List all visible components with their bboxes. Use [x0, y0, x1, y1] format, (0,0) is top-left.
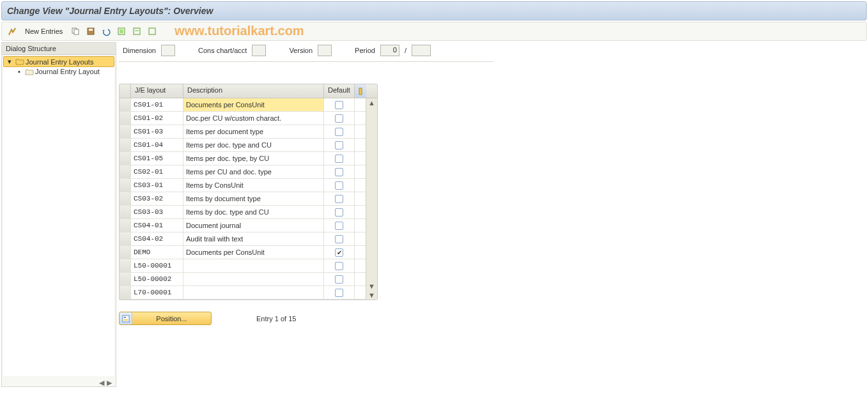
cell-description[interactable] — [183, 273, 324, 285]
cell-layout[interactable]: CS01-05 — [131, 152, 183, 165]
scroll-left-icon[interactable]: ◀ — [99, 379, 105, 385]
default-checkbox[interactable] — [335, 155, 343, 163]
row-selector[interactable] — [120, 179, 131, 192]
row-selector[interactable] — [120, 232, 131, 245]
cell-default[interactable] — [324, 206, 355, 218]
cell-layout[interactable]: CS04-01 — [131, 219, 183, 232]
cell-layout[interactable]: CS01-03 — [131, 125, 183, 138]
cell-description[interactable]: Documents per ConsUnit — [183, 98, 324, 111]
default-checkbox[interactable] — [335, 235, 343, 243]
row-selector[interactable] — [120, 165, 131, 178]
cell-description[interactable]: Items by ConsUnit — [183, 179, 324, 192]
default-checkbox[interactable] — [335, 262, 343, 270]
table-row[interactable]: CS01-04Items per doc. type and CU — [120, 139, 366, 152]
row-selector[interactable] — [120, 192, 131, 205]
scroll-down-icon[interactable]: ▼ — [366, 291, 377, 300]
vertical-scrollbar[interactable]: ▲ ▼ ▼ — [366, 98, 377, 300]
table-row[interactable]: CS03-01Items by ConsUnit — [120, 179, 366, 192]
col-header-description[interactable]: Description — [183, 84, 324, 98]
cell-layout[interactable]: DEMO — [131, 246, 183, 259]
cell-description[interactable]: Doc.per CU w/custom charact. — [183, 112, 324, 125]
default-checkbox[interactable] — [335, 195, 343, 203]
cell-description[interactable]: Items per CU and doc. type — [183, 165, 324, 178]
select-block-icon[interactable] — [130, 25, 143, 38]
cell-default[interactable] — [324, 273, 355, 285]
version-input[interactable] — [318, 45, 332, 56]
select-all-icon[interactable] — [115, 25, 128, 38]
period-year-input[interactable] — [412, 45, 431, 56]
cell-default[interactable] — [324, 165, 355, 178]
cell-default[interactable] — [324, 152, 355, 165]
scroll-up-icon[interactable]: ▲ — [366, 98, 377, 107]
expand-icon[interactable]: ▾ — [5, 57, 14, 66]
row-selector[interactable] — [120, 98, 131, 111]
table-row[interactable]: CS03-02Items by document type — [120, 192, 366, 206]
row-selector[interactable] — [120, 286, 131, 299]
default-checkbox[interactable] — [335, 222, 343, 230]
col-header-layout[interactable]: J/E layout — [131, 84, 183, 98]
scroll-down-icon[interactable]: ▼ — [366, 282, 377, 291]
cell-description[interactable]: Items by doc. type and CU — [183, 206, 324, 218]
cell-layout[interactable]: CS03-03 — [131, 206, 183, 218]
default-checkbox[interactable] — [335, 181, 343, 190]
tree-horizontal-scrollbar[interactable]: ◀ ▶ — [2, 377, 116, 386]
cell-default[interactable] — [324, 232, 355, 245]
table-row[interactable]: L70-00001 — [120, 286, 366, 300]
save-icon[interactable] — [84, 25, 97, 38]
table-row[interactable]: L50-00001 — [120, 259, 366, 273]
cell-default[interactable] — [324, 219, 355, 232]
cell-layout[interactable]: L70-00001 — [131, 286, 183, 299]
cell-layout[interactable]: CS03-01 — [131, 179, 183, 192]
cell-layout[interactable]: CS03-02 — [131, 192, 183, 205]
cell-layout[interactable]: CS04-02 — [131, 232, 183, 245]
toggle-icon[interactable] — [6, 25, 19, 38]
scrollbar-track[interactable] — [366, 107, 377, 282]
default-checkbox[interactable] — [335, 128, 343, 136]
row-selector[interactable] — [120, 152, 131, 165]
row-selector-header[interactable] — [120, 84, 131, 98]
cell-description[interactable] — [183, 259, 324, 272]
table-row[interactable]: L50-00002 — [120, 273, 366, 286]
row-selector[interactable] — [120, 206, 131, 218]
cell-default[interactable] — [324, 139, 355, 151]
table-row[interactable]: CS03-03Items by doc. type and CU — [120, 206, 366, 219]
cell-layout[interactable]: CS01-04 — [131, 139, 183, 151]
cell-description[interactable]: Items per doc. type, by CU — [183, 152, 324, 165]
position-button[interactable]: Position... — [119, 312, 212, 325]
cell-description[interactable]: Items by document type — [183, 192, 324, 205]
row-selector[interactable] — [120, 246, 131, 259]
cell-default[interactable] — [324, 192, 355, 205]
table-configure-icon[interactable] — [355, 84, 366, 98]
default-checkbox[interactable] — [335, 101, 343, 109]
cell-description[interactable]: Items per document type — [183, 125, 324, 138]
default-checkbox[interactable]: ✔ — [335, 248, 343, 257]
undo-icon[interactable] — [100, 25, 112, 38]
default-checkbox[interactable] — [335, 275, 343, 284]
tree-item-journal-entry-layout[interactable]: • Journal Entry Layout — [3, 67, 114, 76]
table-row[interactable]: CS04-02Audit trail with text — [120, 232, 366, 246]
dimension-input[interactable] — [161, 45, 175, 56]
cell-default[interactable] — [324, 286, 355, 299]
deselect-all-icon[interactable] — [146, 25, 159, 38]
cell-default[interactable] — [324, 179, 355, 192]
cell-layout[interactable]: CS01-02 — [131, 112, 183, 125]
cell-description[interactable]: Documents per ConsUnit — [183, 246, 324, 259]
table-row[interactable]: CS01-03Items per document type — [120, 125, 366, 139]
cell-default[interactable] — [324, 125, 355, 138]
table-row[interactable]: CS04-01Document journal — [120, 219, 366, 232]
cell-layout[interactable]: CS02-01 — [131, 165, 183, 178]
cell-description[interactable]: Audit trail with text — [183, 232, 324, 245]
row-selector[interactable] — [120, 259, 131, 272]
cell-description[interactable]: Items per doc. type and CU — [183, 139, 324, 151]
table-row[interactable]: CS01-01Documents per ConsUnit — [120, 98, 366, 112]
row-selector[interactable] — [120, 273, 131, 285]
new-entries-button[interactable]: New Entries — [21, 25, 66, 38]
tree-item-journal-entry-layouts[interactable]: ▾ Journal Entry Layouts — [3, 56, 114, 67]
cell-layout[interactable]: L50-00002 — [131, 273, 183, 285]
row-selector[interactable] — [120, 139, 131, 151]
row-selector[interactable] — [120, 125, 131, 138]
default-checkbox[interactable] — [335, 141, 343, 149]
cell-default[interactable] — [324, 259, 355, 272]
cell-default[interactable] — [324, 98, 355, 111]
col-header-default[interactable]: Default — [324, 84, 355, 98]
